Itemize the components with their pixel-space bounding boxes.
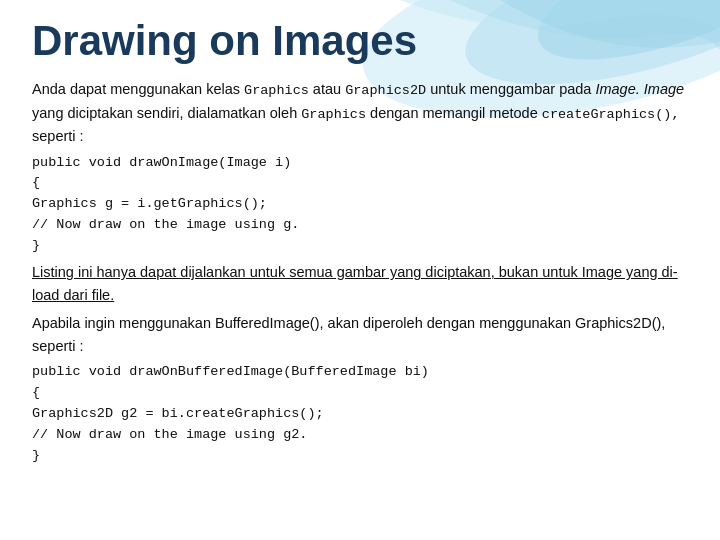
para1-text-dengan: dengan memangil metode	[366, 105, 542, 121]
para1-italic-image: Image. Image	[595, 81, 684, 97]
code-block-1: public void drawOnImage(Image i) { Graph…	[32, 153, 688, 258]
para3-text: Apabila ingin menggunakan BufferedImage(…	[32, 315, 665, 354]
para2-underline-text: Listing ini hanya dapat dijalankan untuk…	[32, 264, 678, 303]
inline-code-creategraphics: createGraphics(),	[542, 107, 680, 122]
inline-code-graphics2d: Graphics2D	[345, 83, 426, 98]
inline-code-graphics: Graphics	[244, 83, 309, 98]
para1-text-yang: yang diciptakan sendiri, dialamatkan ole…	[32, 105, 301, 121]
paragraph-1: Anda dapat menggunakan kelas Graphics at…	[32, 78, 688, 148]
para1-text-seperti: seperti :	[32, 128, 84, 144]
para1-text-before-graphics: Anda dapat menggunakan kelas	[32, 81, 244, 97]
para1-text-atau: atau	[309, 81, 345, 97]
content-area: Drawing on Images Anda dapat menggunakan…	[0, 0, 720, 485]
code-block-2: public void drawOnBufferedImage(Buffered…	[32, 362, 688, 467]
para1-text-untuk: untuk menggambar pada	[426, 81, 595, 97]
inline-code-graphics3: Graphics	[301, 107, 366, 122]
page-title: Drawing on Images	[32, 18, 688, 64]
paragraph-3: Apabila ingin menggunakan BufferedImage(…	[32, 312, 688, 358]
paragraph-2: Listing ini hanya dapat dijalankan untuk…	[32, 261, 688, 307]
